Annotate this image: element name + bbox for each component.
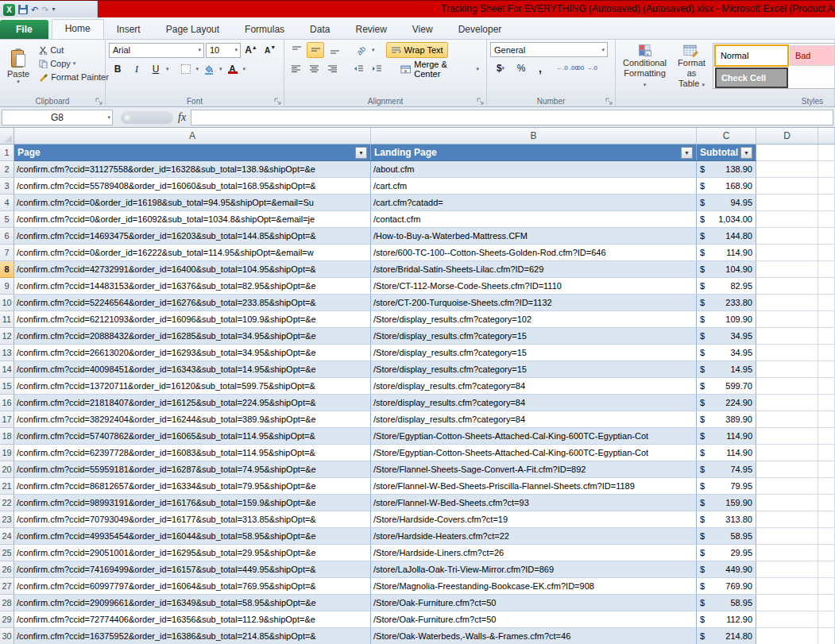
select-all-corner[interactable] xyxy=(0,128,14,145)
shrink-font-button[interactable]: A▼ xyxy=(261,42,279,58)
cell-empty-d[interactable] xyxy=(756,245,818,261)
tab-review[interactable]: Review xyxy=(342,21,399,39)
cell-empty-e[interactable] xyxy=(818,295,835,311)
cell-empty-e[interactable] xyxy=(818,378,835,395)
cell-landing-page[interactable]: /Store/Oak-Furniture.cfm?ct=50 xyxy=(371,611,697,628)
filter-dropdown-icon[interactable]: ▼ xyxy=(355,147,367,159)
cell-landing-page[interactable]: /Store/display_results.cfm?category=15 xyxy=(371,345,697,361)
cell-page[interactable]: /confirm.cfm?ccid=14483153&order_id=1637… xyxy=(14,278,371,295)
cell-empty-e[interactable] xyxy=(818,245,835,261)
cell-subtotal[interactable]: $29.95 xyxy=(697,545,756,561)
header-cell-landing-page[interactable]: Landing Page ▼ xyxy=(371,145,697,161)
conditional-formatting-button[interactable]: ≤ Conditional Formatting ▾ xyxy=(619,42,671,91)
filter-dropdown-icon[interactable]: ▼ xyxy=(681,147,693,159)
row-header-24[interactable]: 24 xyxy=(0,528,14,545)
row-header-15[interactable]: 15 xyxy=(0,378,14,395)
paste-button[interactable]: Paste ▾ xyxy=(3,42,33,91)
row-header-28[interactable]: 28 xyxy=(0,595,14,611)
cell-page[interactable]: /confirm.cfm?ccid=26613020&order_id=1629… xyxy=(14,345,371,361)
cell-subtotal[interactable]: $104.90 xyxy=(697,261,756,278)
cell-empty-e[interactable] xyxy=(818,595,835,611)
decrease-indent-button[interactable] xyxy=(350,61,367,77)
cell-landing-page[interactable]: /store/Flannel-W-Bed-Sheets-Priscilla-Fl… xyxy=(371,478,697,495)
font-dialog-launcher[interactable] xyxy=(274,98,281,105)
cell-empty-e[interactable] xyxy=(818,428,835,445)
cell-empty-e[interactable] xyxy=(818,278,835,295)
cell-empty-e[interactable] xyxy=(818,495,835,511)
cell-subtotal[interactable]: $168.90 xyxy=(697,178,756,195)
cell-empty-e[interactable] xyxy=(818,445,835,461)
name-box-dropdown[interactable]: ▾ xyxy=(107,114,110,121)
row-header-23[interactable]: 23 xyxy=(0,511,14,528)
cell-empty-e[interactable] xyxy=(818,528,835,545)
tab-home[interactable]: Home xyxy=(52,19,104,39)
cell-subtotal[interactable]: $159.90 xyxy=(697,495,756,511)
cell-page[interactable]: /confirm.cfm?ccid=40098451&order_id=1634… xyxy=(14,361,371,378)
cell-subtotal[interactable]: $144.80 xyxy=(697,228,756,245)
cell-subtotal[interactable]: $94.95 xyxy=(697,195,756,211)
cell-subtotal[interactable]: $109.90 xyxy=(697,311,756,328)
cell-subtotal[interactable]: $1,034.00 xyxy=(697,211,756,228)
cell-empty-e[interactable] xyxy=(818,161,835,178)
cell-landing-page[interactable]: /store/Hardside-Heaters.cfm?ct=22 xyxy=(371,528,697,545)
cell-empty-e[interactable] xyxy=(818,211,835,228)
row-header-13[interactable]: 13 xyxy=(0,345,14,361)
undo-icon[interactable]: ↶ xyxy=(31,4,38,15)
tab-page-layout[interactable]: Page Layout xyxy=(153,21,232,39)
cell-empty-e[interactable] xyxy=(818,628,835,644)
borders-button[interactable] xyxy=(177,61,195,77)
column-header-a[interactable]: A xyxy=(14,128,371,145)
style-checkcell[interactable]: Check Cell xyxy=(715,67,788,88)
number-format-combo[interactable]: General▾ xyxy=(490,42,608,57)
cell-empty-d[interactable] xyxy=(756,495,818,511)
cell-subtotal[interactable]: $114.90 xyxy=(697,428,756,445)
column-header-c[interactable]: C xyxy=(697,128,756,145)
row-header-6[interactable]: 6 xyxy=(0,228,14,245)
cell-landing-page[interactable]: /store/600-TC-100--Cotton-Sheets-Golden-… xyxy=(371,245,697,261)
row-header-19[interactable]: 19 xyxy=(0,445,14,461)
cell-landing-page[interactable]: /Store/Oak-Waterbeds,-Walls-&-Frames.cfm… xyxy=(371,628,697,644)
cell-landing-page[interactable]: /contact.cfm xyxy=(371,211,697,228)
cell-subtotal[interactable]: $389.90 xyxy=(697,411,756,428)
cell-landing-page[interactable]: /store/CT-200-Turquoise-Sheets.cfm?ID=11… xyxy=(371,295,697,311)
cell-page[interactable]: /confirm.cfm?ccid=52246564&order_id=1627… xyxy=(14,295,371,311)
save-icon[interactable] xyxy=(18,5,28,14)
row-header-12[interactable]: 12 xyxy=(0,328,14,345)
cell-empty-e[interactable] xyxy=(818,228,835,245)
cell-page[interactable]: /confirm.cfm?ccid=60997797&order_id=1606… xyxy=(14,578,371,595)
cell-page[interactable]: /confirm.cfm?ccid=31127558&order_id=1632… xyxy=(14,161,371,178)
header-cell-subtotal[interactable]: Subtotal ▼ xyxy=(697,145,756,161)
cell-subtotal[interactable]: $233.80 xyxy=(697,295,756,311)
cell-landing-page[interactable]: /store/Flannel-W-Bed-Sheets.cfm?ct=93 xyxy=(371,495,697,511)
row-header-5[interactable]: 5 xyxy=(0,211,14,228)
orientation-button[interactable]: ab xyxy=(353,42,370,58)
cell-page[interactable]: /confirm.cfm?ccid=14693475&order_id=1620… xyxy=(14,228,371,245)
cell-landing-page[interactable]: /Store/display_results.cfm?category=15 xyxy=(371,361,697,378)
row-header-3[interactable]: 3 xyxy=(0,178,14,195)
number-dialog-launcher[interactable] xyxy=(605,98,613,105)
cell-empty-e[interactable] xyxy=(818,478,835,495)
comma-style-button[interactable]: , xyxy=(532,60,549,76)
cell-page[interactable]: /confirm.cfm?ccid=16375952&order_id=1638… xyxy=(14,628,371,644)
cell-landing-page[interactable]: /cart.cfm xyxy=(371,178,697,195)
cell-page[interactable]: /confirm.cfm?ccid=62121093&order_id=1609… xyxy=(14,311,371,328)
row-header-17[interactable]: 17 xyxy=(0,411,14,428)
cell-empty-d[interactable] xyxy=(756,561,818,578)
cell-empty-d[interactable] xyxy=(756,345,818,361)
cell-subtotal[interactable]: $114.90 xyxy=(697,245,756,261)
cell-empty-d[interactable] xyxy=(756,595,818,611)
cell-landing-page[interactable]: /store/Bridal-Satin-Sheets-Lilac.cfm?ID=… xyxy=(371,261,697,278)
cell-subtotal[interactable]: $313.80 xyxy=(697,511,756,528)
row-header-22[interactable]: 22 xyxy=(0,495,14,511)
align-center-button[interactable] xyxy=(306,61,323,77)
cell-page[interactable]: /confirm.cfm?ccid=29099661&order_id=1634… xyxy=(14,595,371,611)
cell-page[interactable]: /confirm.cfm?ccid=74169499&order_id=1615… xyxy=(14,561,371,578)
font-size-combo[interactable]: 10▾ xyxy=(206,43,241,58)
grow-font-button[interactable]: A▲ xyxy=(242,42,260,58)
cell-empty-d[interactable] xyxy=(756,195,818,211)
cell-empty-e[interactable] xyxy=(818,545,835,561)
row-header-9[interactable]: 9 xyxy=(0,278,14,295)
tab-formulas[interactable]: Formulas xyxy=(232,21,297,39)
cell-page[interactable]: /confirm.cfm?ccid=38292404&order_id=1624… xyxy=(14,411,371,428)
row-header-4[interactable]: 4 xyxy=(0,195,14,211)
